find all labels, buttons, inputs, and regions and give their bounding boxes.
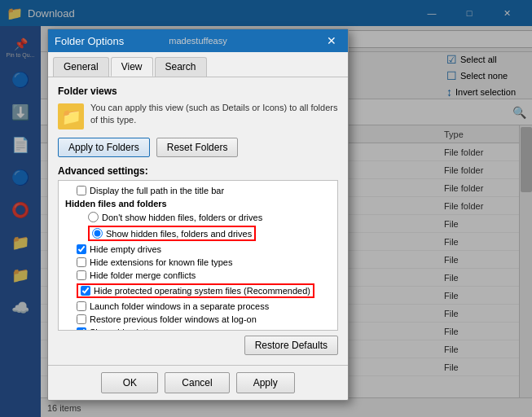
folder-views-box: 📁 You can apply this view (such as Detai… (58, 102, 338, 129)
checkbox-wrapper: Hide folder merge conflicts (77, 270, 196, 280)
tab-general[interactable]: General (53, 57, 109, 77)
radio-label: Don't show hidden files, folders or driv… (102, 213, 262, 222)
checkbox-wrapper: Hide protected operating system files (R… (77, 283, 314, 298)
dialog-body: Folder views 📁 You can apply this view (… (48, 77, 348, 365)
apply-button[interactable]: Apply (236, 372, 295, 393)
radio-wrapper: Show hidden files, folders and drives (88, 226, 256, 241)
dialog-titlebar: Folder Options ✕ (48, 29, 348, 52)
tab-view[interactable]: View (111, 57, 153, 77)
folder-views-buttons: Apply to Folders Reset Folders (58, 138, 338, 157)
cancel-button[interactable]: Cancel (165, 372, 229, 393)
checkbox-input-0[interactable] (77, 186, 86, 195)
list-item[interactable]: Don't show hidden files, folders or driv… (62, 210, 334, 224)
checkbox-wrapper: Launch folder windows in a separate proc… (77, 301, 269, 311)
folder-options-dialog: Folder Options ✕ madestuffeasy General V… (47, 29, 349, 401)
checkbox-label: Hide protected operating system files (R… (94, 286, 310, 296)
checkbox-input-8[interactable] (77, 301, 86, 311)
checkbox-input-6[interactable] (77, 270, 86, 280)
dialog-footer: OK Cancel Apply (48, 365, 348, 400)
checkbox-wrapper: Hide extensions for known file types (77, 257, 232, 267)
list-item[interactable]: Restore previous folder windows at log-o… (62, 313, 334, 326)
list-item[interactable]: Hide empty drives (62, 243, 334, 256)
checkbox-input-4[interactable] (77, 244, 86, 254)
checkbox-wrapper: Display the full path in the title bar (77, 186, 224, 195)
list-item[interactable]: Launch folder windows in a separate proc… (62, 300, 334, 313)
restore-defaults-row: Restore Defaults (58, 336, 338, 355)
list-item: Hidden files and folders (62, 197, 334, 210)
dialog-tabs: General View Search (48, 52, 348, 77)
checkbox-label: Restore previous folder windows at log-o… (90, 314, 257, 324)
checkbox-input-7[interactable] (81, 286, 90, 296)
list-item[interactable]: Hide extensions for known file types (62, 256, 334, 269)
radio-input-3[interactable] (92, 228, 103, 239)
checkbox-label: Hide folder merge conflicts (90, 270, 196, 280)
checkbox-input-9[interactable] (77, 314, 86, 324)
checkbox-input-10[interactable] (77, 327, 86, 331)
checkbox-label: Launch folder windows in a separate proc… (90, 301, 269, 311)
checkbox-label: Display the full path in the title bar (90, 186, 224, 195)
list-item[interactable]: Show hidden files, folders and drives (62, 224, 334, 243)
advanced-settings-label: Advanced settings: (58, 165, 338, 177)
tab-search[interactable]: Search (155, 57, 207, 77)
setting-header: Hidden files and folders (65, 199, 167, 208)
dialog-title: Folder Options (55, 35, 322, 47)
checkbox-label: Hide extensions for known file types (90, 257, 232, 267)
reset-folders-button[interactable]: Reset Folders (156, 138, 239, 157)
checkbox-label: Show drive letters (90, 327, 160, 331)
apply-to-folders-button[interactable]: Apply to Folders (58, 138, 150, 157)
checkbox-wrapper: Hide empty drives (77, 244, 161, 254)
list-item[interactable]: Display the full path in the title bar (62, 184, 334, 197)
checkbox-wrapper: Show drive letters (77, 327, 160, 331)
list-item[interactable]: Hide protected operating system files (R… (62, 282, 334, 300)
radio-label: Show hidden files, folders and drives (106, 229, 252, 239)
list-item[interactable]: Show drive letters (62, 326, 334, 331)
folder-views-text: You can apply this view (such as Details… (90, 102, 338, 127)
ok-button[interactable]: OK (101, 372, 158, 393)
dialog-close-button[interactable]: ✕ (322, 31, 341, 50)
radio-wrapper: Don't show hidden files, folders or driv… (88, 212, 262, 222)
checkbox-label: Hide empty drives (90, 244, 161, 254)
radio-input-2[interactable] (88, 212, 99, 222)
checkbox-input-5[interactable] (77, 257, 86, 267)
folder-views-label: Folder views (58, 86, 338, 97)
list-item[interactable]: Hide folder merge conflicts (62, 269, 334, 282)
folder-icon-large: 📁 (58, 103, 84, 129)
checkbox-wrapper: Restore previous folder windows at log-o… (77, 314, 257, 324)
restore-defaults-button[interactable]: Restore Defaults (244, 336, 338, 355)
settings-list: Display the full path in the title barHi… (58, 180, 338, 331)
